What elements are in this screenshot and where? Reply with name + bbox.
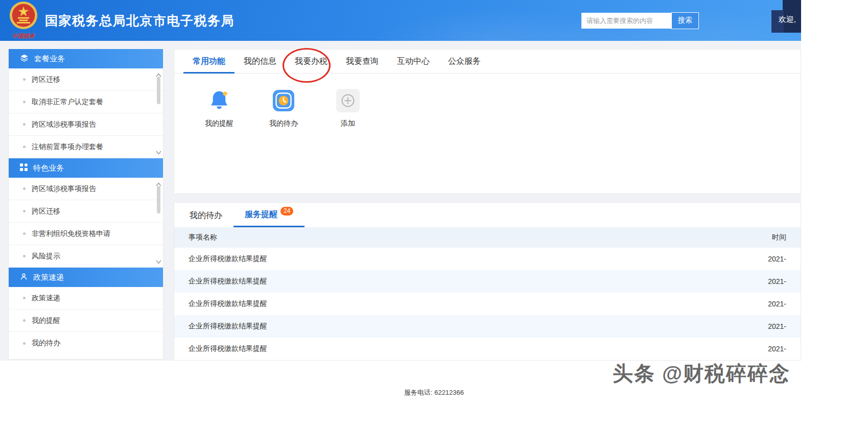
tab-public-service[interactable]: 公众服务 [439,50,490,74]
main-content: 常用功能 我的信息 我要办税 我要查询 互动中心 公众服务 [174,49,801,361]
table-row[interactable]: 企业所得税缴款结果提醒 2021- [174,315,801,338]
bullet-dot-icon [23,123,26,126]
page: 中国税务 国家税务总局北京市电子税务局 搜索 欢迎, 套餐业务 跨区迁移 取消非 [0,0,868,430]
site-title: 国家税务总局北京市电子税务局 [45,12,234,29]
sidebar-item-label: 非营利组织免税资格申请 [32,229,110,238]
sidebar-section-title: 政策速递 [33,273,64,282]
scrollbar[interactable] [155,178,162,268]
watermark: 头条 @财税碎碎念 [613,360,790,388]
table-row[interactable]: 企业所得税缴款结果提醒 2021- [174,248,801,270]
tab-service-reminders[interactable]: 服务提醒 24 [233,203,304,227]
clock-icon [272,89,295,112]
row-name: 企业所得税缴款结果提醒 [189,299,267,308]
logo-caption: 中国税务 [12,32,35,40]
sidebar-item[interactable]: 跨区迁移 [9,68,163,91]
tab-tax-handling[interactable]: 我要办税 [286,50,337,74]
search-input[interactable] [581,13,671,29]
shortcuts: 我的提醒 我的待办 [174,74,801,128]
table-header: 事项名称 时间 [174,227,801,248]
plus-icon [336,89,360,112]
service-phone: 服务电话: 62212366 [0,388,868,397]
chevron-down-icon[interactable] [156,257,161,266]
row-time: 2021- [768,300,786,308]
sidebar-item[interactable]: 跨区域涉税事项报告 [9,113,163,136]
bullet-dot-icon [23,297,26,299]
scrollbar[interactable] [155,68,162,158]
sidebar-item-label: 跨区迁移 [32,207,60,216]
sidebar-list: 跨区域涉税事项报告 跨区迁移 非营利组织免税资格申请 风险提示 [9,178,163,268]
tab-my-todo-list[interactable]: 我的待办 [178,203,233,227]
column-header-name: 事项名称 [189,233,217,242]
bullet-dot-icon [23,146,26,148]
sidebar-item-label: 取消非正常户认定套餐 [32,98,103,107]
sidebar-item-label: 风险提示 [32,252,60,261]
search-button[interactable]: 搜索 [671,12,699,29]
sidebar-item-label: 跨区域涉税事项报告 [32,120,96,129]
main-layout: 套餐业务 跨区迁移 取消非正常户认定套餐 跨区域涉税事项报告 注销前置事项办理套… [0,41,801,361]
bullet-dot-icon [23,232,26,235]
sidebar-item[interactable]: 注销前置事项办理套餐 [9,136,163,158]
sidebar-item[interactable]: 我的提醒 [9,309,163,332]
bullet-dot-icon [23,187,26,190]
row-name: 企业所得税缴款结果提醒 [189,322,267,331]
bottom-panel: 我的待办 服务提醒 24 事项名称 时间 企业所得税缴款结果提醒 [174,202,801,361]
header-right: 欢迎, [699,0,801,41]
scrollbar-thumb[interactable] [157,77,160,104]
row-time: 2021- [768,277,786,285]
shortcut-label: 添加 [341,119,355,128]
shortcut-label: 我的提醒 [205,119,233,128]
sidebar-item[interactable]: 我的待办 [9,332,163,354]
bullet-dot-icon [23,319,26,322]
tab-interaction-center[interactable]: 互动中心 [388,50,439,74]
welcome-text: 欢迎, [779,15,796,25]
bullet-dot-icon [23,210,26,212]
column-header-time: 时间 [772,233,786,242]
reminder-tabs: 我的待办 服务提醒 24 [174,203,801,227]
tab-my-information[interactable]: 我的信息 [234,50,286,74]
bell-icon [208,89,230,112]
tab-common-functions[interactable]: 常用功能 [183,50,234,74]
row-time: 2021- [768,255,786,263]
sidebar-list: 跨区迁移 取消非正常户认定套餐 跨区域涉税事项报告 注销前置事项办理套餐 [9,68,163,158]
row-time: 2021- [768,345,786,353]
bullet-dot-icon [23,78,26,81]
table-body: 企业所得税缴款结果提醒 2021- 企业所得税缴款结果提醒 2021- 企业所得… [174,248,801,360]
layers-icon [20,54,29,64]
sidebar-section-package-business[interactable]: 套餐业务 [9,49,163,68]
sidebar-item-label: 跨区域涉税事项报告 [32,184,96,194]
sidebar-item[interactable]: 跨区迁移 [9,200,163,223]
sidebar-item[interactable]: 政策速递 [9,287,163,309]
sidebar-item-label: 政策速递 [32,294,60,303]
sidebar-item[interactable]: 跨区域涉税事项报告 [9,178,163,200]
table-row[interactable]: 企业所得税缴款结果提醒 2021- [174,270,801,293]
row-name: 企业所得税缴款结果提醒 [189,254,267,264]
sidebar-item-label: 跨区迁移 [32,75,60,84]
tax-bureau-logo: 中国税务 [9,1,38,40]
sidebar-section-special-business[interactable]: 特色业务 [9,158,163,178]
reminder-count-badge: 24 [280,207,293,216]
bullet-dot-icon [23,101,26,103]
sidebar-list: 政策速递 我的提醒 我的待办 [9,287,163,354]
shortcut-add[interactable]: 添加 [329,89,367,128]
shortcut-my-todo[interactable]: 我的待办 [264,89,303,128]
header: 中国税务 国家税务总局北京市电子税务局 搜索 欢迎, [0,0,801,41]
sidebar-item[interactable]: 非营利组织免税资格申请 [9,223,163,245]
tab-label: 服务提醒 [245,202,277,226]
table-row[interactable]: 企业所得税缴款结果提醒 2021- [174,293,801,315]
tab-label: 我的待办 [190,203,222,227]
sidebar-item[interactable]: 取消非正常户认定套餐 [9,91,163,113]
apps-grid-icon [20,163,28,173]
sidebar-section-policy-express[interactable]: 政策速递 [9,268,163,287]
shortcut-my-reminders[interactable]: 我的提醒 [200,89,239,128]
row-name: 企业所得税缴款结果提醒 [189,277,267,286]
shortcut-label: 我的待办 [269,119,298,128]
national-emblem-icon [9,1,38,32]
table-row[interactable]: 企业所得税缴款结果提醒 2021- [174,338,801,360]
scrollbar-thumb[interactable] [157,186,160,213]
tab-my-inquiry[interactable]: 我要查询 [337,50,388,74]
chevron-down-icon[interactable] [156,148,161,157]
reminder-table: 事项名称 时间 企业所得税缴款结果提醒 2021- 企业所得税缴款结果提醒 20… [174,227,801,360]
sidebar-item-label: 我的待办 [32,339,60,348]
row-name: 企业所得税缴款结果提醒 [189,344,267,353]
sidebar-item[interactable]: 风险提示 [9,245,163,268]
